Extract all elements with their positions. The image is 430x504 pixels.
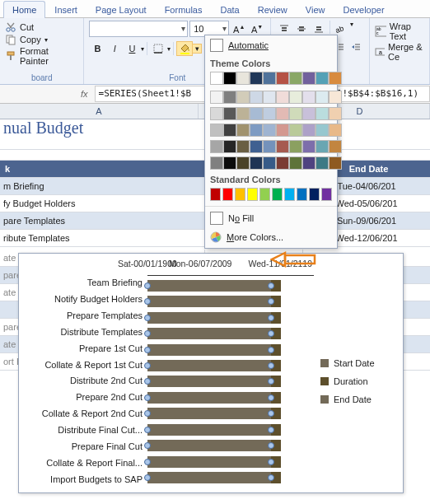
cut-button[interactable]: Cut (5, 21, 78, 33)
worksheet[interactable]: nual Budget k End Date m BriefingTue-04/… (0, 119, 430, 498)
color-swatch[interactable] (321, 188, 332, 201)
tab-view[interactable]: View (297, 1, 334, 18)
chart-bar[interactable] (147, 472, 311, 483)
color-swatch[interactable] (315, 124, 329, 137)
picker-no-fill[interactable]: No Fill (205, 208, 337, 228)
chart-bar[interactable] (147, 312, 311, 324)
color-swatch[interactable] (210, 188, 221, 201)
task-cell[interactable]: pare Templates (0, 212, 205, 229)
color-swatch[interactable] (263, 140, 276, 153)
chart-bar[interactable] (147, 344, 311, 356)
color-swatch[interactable] (329, 107, 342, 120)
chart-bar[interactable] (147, 392, 311, 404)
tab-data[interactable]: Data (211, 1, 248, 18)
color-swatch[interactable] (235, 188, 245, 201)
color-swatch[interactable] (315, 91, 329, 104)
task-cell[interactable]: fy Budget Holders (0, 195, 205, 212)
tab-developer[interactable]: Developer (334, 1, 393, 18)
fill-color-button[interactable]: ▾ (176, 41, 202, 56)
color-swatch[interactable] (250, 107, 263, 120)
color-swatch[interactable] (276, 156, 289, 170)
color-swatch[interactable] (289, 124, 302, 137)
chart-bar[interactable] (147, 296, 311, 307)
col-header-a[interactable]: A (0, 104, 199, 119)
color-swatch[interactable] (263, 107, 276, 120)
color-swatch[interactable] (222, 188, 233, 201)
task-cell[interactable]: m Briefing (0, 178, 205, 194)
color-swatch[interactable] (276, 124, 289, 137)
color-swatch[interactable] (289, 91, 302, 104)
chart-bar[interactable] (147, 328, 311, 339)
color-swatch[interactable] (263, 156, 276, 170)
chart-bar[interactable] (147, 360, 311, 371)
color-swatch[interactable] (289, 107, 302, 120)
chart-bar[interactable] (147, 424, 311, 436)
color-swatch[interactable] (263, 91, 276, 104)
italic-button[interactable]: I (106, 40, 123, 57)
copy-button[interactable]: Copy ▾ (5, 34, 78, 45)
color-swatch[interactable] (223, 107, 236, 120)
color-swatch[interactable] (289, 156, 302, 170)
picker-more-colors[interactable]: More Colors... (205, 228, 337, 246)
wrap-text-button[interactable]: abc Wrap Text (375, 21, 424, 41)
merge-center-button[interactable]: a Merge & Ce (375, 42, 424, 62)
chart-bar[interactable] (147, 456, 311, 468)
color-swatch[interactable] (329, 140, 342, 153)
color-swatch[interactable] (210, 72, 223, 85)
fill-color-dropdown[interactable]: ▾ (193, 44, 202, 54)
color-swatch[interactable] (315, 107, 329, 120)
color-swatch[interactable] (250, 91, 263, 104)
color-swatch[interactable] (309, 188, 320, 201)
tab-home[interactable]: Home (3, 1, 45, 18)
borders-button[interactable] (150, 40, 166, 57)
color-swatch[interactable] (302, 124, 315, 137)
color-swatch[interactable] (329, 72, 342, 85)
color-swatch[interactable] (276, 140, 289, 153)
color-swatch[interactable] (250, 72, 263, 85)
color-swatch[interactable] (315, 140, 329, 153)
color-swatch[interactable] (263, 72, 276, 85)
color-swatch[interactable] (329, 156, 342, 170)
color-swatch[interactable] (223, 140, 236, 153)
color-swatch[interactable] (210, 140, 223, 153)
chart-bar[interactable] (147, 408, 311, 419)
format-painter-button[interactable]: Format Painter (5, 46, 78, 66)
embedded-chart[interactable]: Sat-00/01/1900 Mon-06/07/2009 Wed-11/01/… (18, 253, 404, 493)
color-swatch[interactable] (223, 156, 236, 170)
increase-indent-button[interactable] (348, 39, 364, 55)
picker-automatic[interactable]: Automatic (205, 35, 337, 55)
color-swatch[interactable] (223, 124, 236, 137)
color-swatch[interactable] (289, 72, 302, 85)
underline-button[interactable]: U (124, 40, 140, 57)
color-swatch[interactable] (250, 140, 263, 153)
color-swatch[interactable] (236, 91, 250, 104)
color-swatch[interactable] (284, 188, 295, 201)
color-swatch[interactable] (236, 124, 250, 137)
color-swatch[interactable] (302, 156, 315, 170)
tab-insert[interactable]: Insert (45, 1, 86, 18)
color-swatch[interactable] (250, 156, 263, 170)
color-swatch[interactable] (250, 124, 263, 137)
chart-plot-area[interactable] (147, 275, 314, 488)
chart-bar[interactable] (147, 280, 311, 292)
color-swatch[interactable] (236, 156, 250, 170)
chart-bar[interactable] (147, 376, 311, 387)
tab-formulas[interactable]: Formulas (156, 1, 212, 18)
color-swatch[interactable] (276, 72, 289, 85)
color-swatch[interactable] (276, 91, 289, 104)
tab-review[interactable]: Review (249, 1, 297, 18)
color-swatch[interactable] (315, 72, 329, 85)
color-swatch[interactable] (259, 188, 270, 201)
color-swatch[interactable] (223, 72, 236, 85)
color-swatch[interactable] (263, 124, 276, 137)
color-swatch[interactable] (210, 107, 223, 120)
color-swatch[interactable] (297, 188, 307, 201)
color-swatch[interactable] (236, 107, 250, 120)
color-swatch[interactable] (223, 91, 236, 104)
color-swatch[interactable] (329, 124, 342, 137)
color-swatch[interactable] (210, 91, 223, 104)
color-swatch[interactable] (302, 107, 315, 120)
color-swatch[interactable] (236, 72, 250, 85)
tab-page-layout[interactable]: Page Layout (86, 1, 156, 18)
chart-bar[interactable] (147, 440, 311, 451)
